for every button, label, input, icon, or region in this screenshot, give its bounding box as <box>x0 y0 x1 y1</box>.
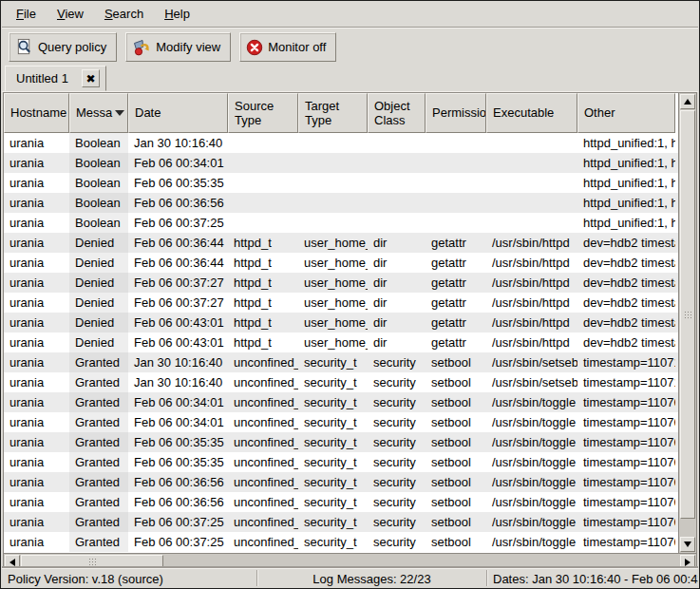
column-header-object-class[interactable]: Object Class <box>368 93 426 133</box>
table-cell: Granted <box>69 352 128 372</box>
table-row[interactable]: uraniaGrantedFeb 06 00:37:25unconfined_s… <box>4 512 678 532</box>
table-cell: Feb 06 00:35:35 <box>128 173 228 193</box>
table-cell: dir <box>368 332 426 352</box>
query-policy-button[interactable]: Query policy <box>9 32 117 62</box>
column-label: Executable <box>493 105 554 120</box>
table-row[interactable]: uraniaBooleanFeb 06 00:34:01httpd_unifie… <box>4 153 678 173</box>
table-row[interactable]: uraniaBooleanFeb 06 00:37:25httpd_unifie… <box>4 213 678 233</box>
table-cell: user_home_ <box>298 253 368 273</box>
column-header-executable[interactable]: Executable <box>486 93 577 133</box>
table-row[interactable]: uraniaGrantedJan 30 10:16:40unconfined_s… <box>4 372 678 392</box>
table-cell: user_home_ <box>298 332 368 352</box>
tab-untitled-1[interactable]: Untitled 1 ✖ <box>5 66 106 91</box>
menu-item-search[interactable]: Search <box>94 2 154 27</box>
table-cell: Feb 06 00:35:35 <box>128 432 228 452</box>
table-cell: Denied <box>69 233 128 253</box>
horizontal-scroll-thumb[interactable] <box>21 555 163 569</box>
table-cell <box>368 213 426 233</box>
table-row[interactable]: uraniaGrantedFeb 06 00:36:56unconfined_s… <box>4 472 678 492</box>
table-cell: /usr/sbin/toggle <box>486 472 577 492</box>
app-window: FileViewSearchHelp Query policy <box>0 0 700 589</box>
table-cell: urania <box>4 153 69 173</box>
table-cell: Feb 06 00:37:27 <box>128 273 228 293</box>
table-cell: Denied <box>69 273 128 293</box>
log-table: HostnameMessaDateSource TypeTarget TypeO… <box>4 93 678 553</box>
column-header-other[interactable]: Other <box>577 93 675 133</box>
scroll-up-button[interactable] <box>680 94 695 109</box>
table-cell: Boolean <box>69 193 128 213</box>
column-header-hostname[interactable]: Hostname <box>4 93 69 133</box>
table-cell: setbool <box>426 452 486 472</box>
table-cell: Denied <box>69 293 128 313</box>
column-header-date[interactable]: Date <box>128 93 228 133</box>
table-cell: urania <box>4 452 69 472</box>
table-row[interactable]: uraniaGrantedFeb 06 00:37:25unconfined_s… <box>4 532 678 552</box>
table-cell: Feb 06 00:34:01 <box>128 412 228 432</box>
monitor-off-icon <box>246 39 263 56</box>
column-header-permission[interactable]: Permission <box>426 93 486 133</box>
scroll-right-button[interactable] <box>680 555 695 569</box>
table-cell: getattr <box>426 313 486 332</box>
menu-item-view[interactable]: View <box>47 2 94 27</box>
table-row[interactable]: uraniaDeniedFeb 06 00:37:27httpd_tuser_h… <box>4 293 678 313</box>
table-row[interactable]: uraniaGrantedFeb 06 00:34:01unconfined_s… <box>4 392 678 412</box>
table-cell: /usr/sbin/httpd <box>486 332 577 352</box>
table-row[interactable]: uraniaGrantedJan 30 10:16:40unconfined_s… <box>4 352 678 372</box>
table-cell: urania <box>4 512 69 532</box>
horizontal-scrollbar[interactable] <box>4 553 696 569</box>
sort-desc-icon <box>115 110 124 116</box>
table-cell: security_t <box>298 512 368 532</box>
table-row[interactable]: uraniaGrantedFeb 06 00:35:35unconfined_s… <box>4 432 678 452</box>
table-cell: dir <box>368 273 426 293</box>
vertical-scroll-thumb[interactable] <box>680 110 695 519</box>
monitor-off-label: Monitor off <box>268 40 326 54</box>
status-bar: Policy Version: v.18 (source) Log Messag… <box>2 568 698 587</box>
table-row[interactable]: uraniaGrantedFeb 06 00:36:56unconfined_s… <box>4 492 678 512</box>
grip-icon <box>88 558 97 566</box>
column-label: Target Type <box>305 99 363 128</box>
down-arrow-icon <box>684 542 691 547</box>
table-row[interactable]: uraniaBooleanJan 30 10:16:40httpd_unifie… <box>4 133 678 153</box>
menu-item-file[interactable]: File <box>6 2 47 27</box>
table-cell: setbool <box>426 492 486 512</box>
table-cell <box>486 193 577 213</box>
table-cell: urania <box>4 133 69 153</box>
modify-view-icon <box>132 38 151 57</box>
table-cell: Denied <box>69 313 128 332</box>
column-header-source-type[interactable]: Source Type <box>228 93 298 133</box>
table-cell: httpd_t <box>228 332 298 352</box>
left-arrow-icon <box>9 559 15 566</box>
table-cell: timestamp=11076 <box>577 412 675 432</box>
table-row[interactable]: uraniaBooleanFeb 06 00:35:35httpd_unifie… <box>4 173 678 193</box>
table-cell: httpd_unified:1, ht <box>577 213 675 233</box>
monitor-off-button[interactable]: Monitor off <box>239 32 336 62</box>
scroll-left-button[interactable] <box>5 555 20 569</box>
table-row[interactable]: uraniaBooleanFeb 06 00:36:56httpd_unifie… <box>4 193 678 213</box>
table-cell: httpd_unified:1, ht <box>577 193 675 213</box>
table-cell: Boolean <box>69 173 128 193</box>
table-cell: /usr/sbin/toggle <box>486 432 577 452</box>
table-cell: setbool <box>426 512 486 532</box>
table-row[interactable]: uraniaDeniedFeb 06 00:43:01httpd_tuser_h… <box>4 313 678 332</box>
table-row[interactable]: uraniaGrantedFeb 06 00:35:35unconfined_s… <box>4 452 678 472</box>
table-cell: urania <box>4 412 69 432</box>
menu-item-help[interactable]: Help <box>154 2 200 27</box>
column-header-target-type[interactable]: Target Type <box>298 93 368 133</box>
table-row[interactable]: uraniaDeniedFeb 06 00:36:44httpd_tuser_h… <box>4 253 678 273</box>
table-cell: Feb 06 00:36:56 <box>128 193 228 213</box>
table-cell: Granted <box>69 432 128 452</box>
table-row[interactable]: uraniaDeniedFeb 06 00:36:44httpd_tuser_h… <box>4 233 678 253</box>
table-row[interactable]: uraniaDeniedFeb 06 00:37:27httpd_tuser_h… <box>4 273 678 293</box>
policy-version-status: Policy Version: v.18 (source) <box>2 570 256 586</box>
table-row[interactable]: uraniaGrantedFeb 06 00:34:01unconfined_s… <box>4 412 678 432</box>
table-cell: Feb 06 00:37:25 <box>128 512 228 532</box>
column-header-messa[interactable]: Messa <box>69 93 128 133</box>
close-icon[interactable]: ✖ <box>82 69 100 87</box>
table-row[interactable]: uraniaDeniedFeb 06 00:43:01httpd_tuser_h… <box>4 332 678 352</box>
log-table-frame: HostnameMessaDateSource TypeTarget TypeO… <box>3 92 697 570</box>
scroll-down-button[interactable] <box>680 537 695 552</box>
table-cell: unconfined_ <box>228 472 298 492</box>
vertical-scrollbar[interactable] <box>678 93 696 553</box>
table-cell: setbool <box>426 412 486 432</box>
modify-view-button[interactable]: Modify view <box>125 32 231 62</box>
